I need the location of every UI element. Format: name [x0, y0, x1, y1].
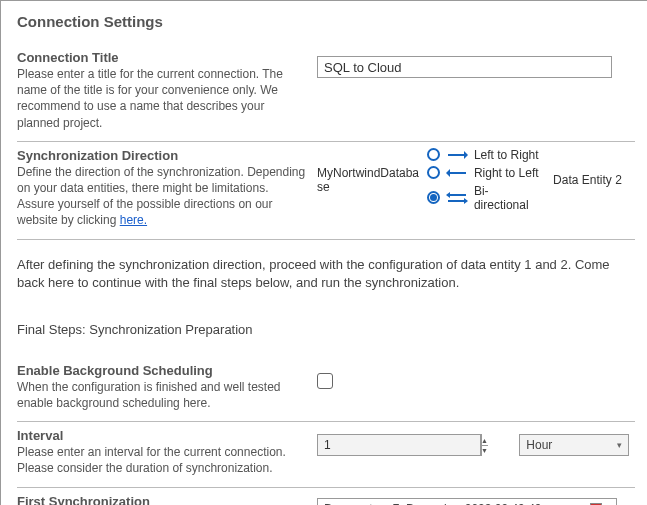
radio-left-to-right[interactable]: Left to Right	[427, 148, 543, 162]
interval-value-input[interactable]	[318, 435, 480, 455]
connection-title-label: Connection Title	[17, 50, 307, 65]
interval-spinner[interactable]: ▲ ▼	[317, 434, 482, 456]
interval-unit-combo[interactable]: Hour ▾	[519, 434, 629, 456]
final-steps-header: Final Steps: Synchronization Preparation	[17, 322, 635, 337]
bg-sched-label: Enable Background Scheduling	[17, 363, 307, 378]
svg-marker-7	[464, 198, 468, 204]
svg-marker-3	[446, 169, 450, 177]
chevron-down-icon: ▾	[604, 502, 610, 505]
entity1-label: MyNortwindDatabase	[317, 166, 425, 194]
interval-label: Interval	[17, 428, 307, 443]
svg-marker-5	[446, 192, 450, 198]
interval-help: Please enter an interval for the current…	[17, 444, 307, 476]
sync-direction-help-link[interactable]: here.	[120, 213, 147, 227]
page-title: Connection Settings	[17, 13, 635, 30]
section-first-sync: First Synchronization Please enter date …	[17, 490, 635, 505]
section-connection-title: Connection Title Please enter a title fo…	[17, 46, 635, 139]
connection-settings-panel: Connection Settings Connection Title Ple…	[0, 0, 647, 505]
info-text: After defining the synchronization direc…	[17, 256, 635, 292]
entity2-label: Data Entity 2	[545, 173, 635, 187]
arrow-left-icon	[446, 168, 468, 178]
section-sync-direction: Synchronization Direction Define the dir…	[17, 144, 635, 237]
arrow-right-icon	[446, 150, 468, 160]
arrows-bidirectional-icon	[446, 191, 468, 205]
first-sync-datetime-picker[interactable]: Donnerstag, 7. Dezember 2023 09:49:49 ▾	[317, 498, 617, 505]
radio-bidirectional[interactable]: Bi-directional	[427, 184, 543, 212]
connection-title-help: Please enter a title for the current con…	[17, 66, 307, 131]
bg-sched-checkbox[interactable]	[317, 373, 333, 389]
section-interval: Interval Please enter an interval for th…	[17, 424, 635, 484]
first-sync-label: First Synchronization	[17, 494, 307, 505]
section-background-scheduling: Enable Background Scheduling When the co…	[17, 359, 635, 419]
chevron-down-icon: ▾	[617, 440, 622, 450]
bg-sched-help: When the configuration is finished and w…	[17, 379, 307, 411]
spinner-up-icon[interactable]: ▲	[481, 435, 488, 446]
connection-title-input[interactable]	[317, 56, 612, 78]
sync-direction-label: Synchronization Direction	[17, 148, 307, 163]
radio-right-to-left[interactable]: Right to Left	[427, 166, 543, 180]
svg-marker-1	[464, 151, 468, 159]
spinner-down-icon[interactable]: ▼	[481, 446, 488, 456]
sync-direction-help: Define the direction of the synchronizat…	[17, 164, 307, 229]
